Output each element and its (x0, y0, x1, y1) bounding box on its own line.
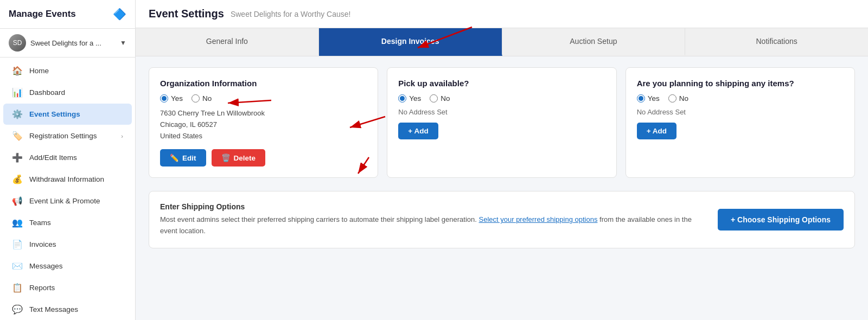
back-icon[interactable]: 🔷 (113, 8, 126, 21)
choose-shipping-options-button[interactable]: + Choose Shipping Options (718, 209, 844, 231)
tabs-bar: General InfoDesign InvoicesAuction Setup… (136, 28, 868, 56)
nav-label-add-edit-items: Add/Edit Items (29, 153, 77, 162)
nav-icon-withdrawal-information: 💰 (12, 174, 23, 184)
org-radio-no-input[interactable] (192, 94, 200, 103)
pickup-card-title: Pick up available? (398, 79, 605, 88)
nav-label-text-messages: Text Messages (29, 305, 78, 313)
chevron-down-icon: ▼ (120, 39, 126, 47)
sidebar-item-text-messages[interactable]: 💬 Text Messages (3, 299, 132, 320)
nav-label-event-settings: Event Settings (29, 110, 80, 118)
cards-row: Organization Information Yes No 7630 Che… (149, 67, 855, 178)
edit-button[interactable]: ✏️ Edit (160, 149, 206, 167)
nav-label-dashboard: Dashboard (29, 88, 65, 97)
nav-label-teams: Teams (29, 219, 51, 227)
nav-icon-add-edit-items: ➕ (12, 152, 23, 163)
sidebar-title: Manage Events (9, 9, 76, 20)
delete-button[interactable]: 🗑️ Delete (212, 149, 266, 167)
shipping-radio-group: Yes No (637, 94, 844, 103)
main-wrapper: Event Settings Sweet Delights for a Wort… (136, 0, 868, 320)
pickup-no-address: No Address Set (398, 108, 605, 116)
nav-label-event-link-promote: Event Link & Promote (29, 197, 100, 205)
org-address: 7630 Cherry Tree Ln Willowbrook Chicago,… (160, 108, 367, 142)
shipping-options-section: Enter Shipping Options Most event admins… (149, 191, 855, 248)
nav-icon-messages: ✉️ (12, 261, 23, 271)
nav-label-reports: Reports (29, 284, 55, 292)
shipping-items-card: Are you planning to shipping any items? … (626, 67, 855, 178)
nav-label-home: Home (29, 67, 49, 75)
shipping-radio-no-input[interactable] (668, 94, 676, 103)
shipping-desc-before: Most event admins select their preferred… (160, 215, 477, 223)
nav-label-withdrawal-information: Withdrawal Information (29, 175, 104, 183)
shipping-desc: Most event admins select their preferred… (160, 214, 707, 237)
nav-label-invoices: Invoices (29, 240, 56, 248)
avatar: SD (9, 34, 26, 52)
shipping-radio-no[interactable]: No (668, 94, 688, 103)
sidebar-item-messages[interactable]: ✉️ Messages (3, 255, 132, 277)
nav-icon-event-settings: ⚙️ (12, 109, 23, 119)
sidebar-item-reports[interactable]: 📋 Reports (3, 277, 132, 298)
nav-icon-home: 🏠 (12, 66, 23, 76)
pickup-add-button[interactable]: + Add (398, 123, 438, 139)
pickup-radio-no-input[interactable] (430, 94, 438, 103)
nav-label-registration-settings: Registration Settings (29, 132, 97, 140)
address-line2: Chicago, IL 60527 (160, 120, 217, 129)
sidebar-item-withdrawal-information[interactable]: 💰 Withdrawal Information (3, 169, 132, 190)
edit-icon: ✏️ (170, 153, 179, 162)
org-radio-no[interactable]: No (192, 94, 212, 103)
sidebar-item-event-link-promote[interactable]: 📢 Event Link & Promote (3, 190, 132, 212)
nav-icon-event-link-promote: 📢 (12, 196, 23, 206)
nav-icon-registration-settings: 🏷️ (12, 131, 23, 141)
tab-auction-setup[interactable]: Auction Setup (502, 28, 686, 56)
nav-label-messages: Messages (29, 262, 63, 270)
nav-icon-teams: 👥 (12, 217, 23, 228)
page-title: Event Settings (149, 8, 224, 20)
shipping-no-address: No Address Set (637, 108, 844, 116)
page-subtitle: Sweet Delights for a Worthy Cause! (231, 10, 351, 18)
tab-general-info[interactable]: General Info (136, 28, 319, 56)
org-radio-group: Yes No (160, 94, 367, 103)
shipping-link[interactable]: Select your preferred shipping options (479, 215, 598, 223)
sidebar-item-registration-settings[interactable]: 🏷️ Registration Settings › (3, 125, 132, 146)
tab-design-invoices[interactable]: Design Invoices (319, 28, 502, 56)
address-line1: 7630 Cherry Tree Ln Willowbrook (160, 109, 265, 117)
org-radio-yes-input[interactable] (160, 94, 168, 103)
nav-icon-text-messages: 💬 (12, 304, 23, 315)
nav-section: 🏠 Home 📊 Dashboard ⚙️ Event Settings 🏷️ … (0, 57, 135, 320)
sidebar-item-dashboard[interactable]: 📊 Dashboard (3, 82, 132, 103)
org-card-title: Organization Information (160, 79, 367, 88)
shipping-text-block: Enter Shipping Options Most event admins… (160, 202, 707, 237)
sidebar-item-invoices[interactable]: 📄 Invoices (3, 234, 132, 255)
shipping-add-button[interactable]: + Add (637, 123, 676, 139)
pickup-radio-group: Yes No (398, 94, 605, 103)
org-card-actions: ✏️ Edit 🗑️ Delete (160, 149, 367, 167)
shipping-section-title: Enter Shipping Options (160, 202, 707, 211)
avatar-initials: SD (9, 34, 26, 52)
sidebar-item-add-edit-items[interactable]: ➕ Add/Edit Items (3, 147, 132, 168)
sidebar-item-home[interactable]: 🏠 Home (3, 60, 132, 81)
page-header: Event Settings Sweet Delights for a Wort… (136, 0, 868, 28)
sidebar: Manage Events 🔷 SD Sweet Delights for a … (0, 0, 136, 320)
main-content: Event Settings Sweet Delights for a Wort… (136, 0, 868, 320)
address-line3: United States (160, 132, 202, 140)
nav-icon-dashboard: 📊 (12, 87, 23, 98)
tab-notifications[interactable]: Notifications (685, 28, 868, 56)
org-radio-yes[interactable]: Yes (160, 94, 183, 103)
pickup-radio-yes-input[interactable] (398, 94, 406, 103)
event-name: Sweet Delights for a ... (30, 39, 116, 47)
sidebar-item-event-settings[interactable]: ⚙️ Event Settings (3, 104, 132, 125)
trash-icon: 🗑️ (221, 153, 231, 162)
content-area: Organization Information Yes No 7630 Che… (136, 56, 868, 320)
org-info-card: Organization Information Yes No 7630 Che… (149, 67, 378, 178)
shipping-card-title: Are you planning to shipping any items? (637, 79, 844, 88)
shipping-radio-yes[interactable]: Yes (637, 94, 660, 103)
sidebar-item-teams[interactable]: 👥 Teams (3, 212, 132, 233)
sidebar-header: Manage Events 🔷 (0, 0, 135, 29)
pickup-radio-yes[interactable]: Yes (398, 94, 421, 103)
chevron-right-icon: › (121, 133, 123, 139)
nav-icon-invoices: 📄 (12, 239, 23, 249)
nav-icon-reports: 📋 (12, 283, 23, 293)
pickup-card: Pick up available? Yes No No Address Set (387, 67, 616, 178)
pickup-radio-no[interactable]: No (430, 94, 450, 103)
event-selector[interactable]: SD Sweet Delights for a ... ▼ (0, 29, 135, 57)
shipping-radio-yes-input[interactable] (637, 94, 645, 103)
